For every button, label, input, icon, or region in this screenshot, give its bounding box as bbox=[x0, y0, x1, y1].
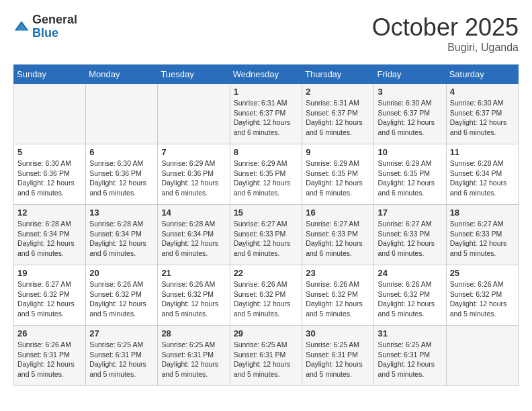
page-header: General Blue October 2025 Bugiri, Uganda bbox=[13, 13, 519, 54]
calendar-cell: 2Sunrise: 6:31 AM Sunset: 6:37 PM Daylig… bbox=[302, 84, 374, 144]
day-info: Sunrise: 6:29 AM Sunset: 6:36 PM Dayligh… bbox=[161, 158, 226, 198]
day-number: 10 bbox=[378, 147, 442, 157]
calendar-cell: 20Sunrise: 6:26 AM Sunset: 6:32 PM Dayli… bbox=[86, 265, 158, 326]
day-number: 4 bbox=[450, 87, 515, 97]
logo: General Blue bbox=[13, 13, 77, 40]
calendar-cell: 5Sunrise: 6:30 AM Sunset: 6:36 PM Daylig… bbox=[14, 144, 86, 205]
day-number: 12 bbox=[17, 208, 82, 218]
day-info: Sunrise: 6:27 AM Sunset: 6:33 PM Dayligh… bbox=[378, 219, 442, 259]
day-number: 17 bbox=[378, 208, 442, 218]
day-number: 13 bbox=[89, 208, 154, 218]
day-number: 20 bbox=[89, 268, 154, 278]
calendar-cell: 31Sunrise: 6:25 AM Sunset: 6:31 PM Dayli… bbox=[374, 326, 446, 386]
day-info: Sunrise: 6:26 AM Sunset: 6:32 PM Dayligh… bbox=[234, 279, 299, 319]
day-info: Sunrise: 6:28 AM Sunset: 6:34 PM Dayligh… bbox=[89, 219, 154, 259]
header-row: Sunday Monday Tuesday Wednesday Thursday… bbox=[14, 65, 519, 84]
day-number: 8 bbox=[234, 147, 299, 157]
calendar-cell: 3Sunrise: 6:30 AM Sunset: 6:37 PM Daylig… bbox=[374, 84, 446, 144]
day-info: Sunrise: 6:27 AM Sunset: 6:33 PM Dayligh… bbox=[450, 219, 515, 259]
col-thursday: Thursday bbox=[302, 65, 374, 84]
day-number: 14 bbox=[161, 208, 226, 218]
calendar-cell: 15Sunrise: 6:27 AM Sunset: 6:33 PM Dayli… bbox=[230, 205, 302, 265]
day-number: 30 bbox=[306, 328, 370, 338]
calendar-cell: 21Sunrise: 6:26 AM Sunset: 6:32 PM Dayli… bbox=[158, 265, 230, 326]
calendar-week-5: 26Sunrise: 6:26 AM Sunset: 6:31 PM Dayli… bbox=[14, 326, 519, 386]
day-info: Sunrise: 6:28 AM Sunset: 6:34 PM Dayligh… bbox=[161, 219, 226, 259]
calendar-cell: 26Sunrise: 6:26 AM Sunset: 6:31 PM Dayli… bbox=[14, 326, 86, 386]
day-number: 25 bbox=[450, 268, 515, 278]
day-info: Sunrise: 6:28 AM Sunset: 6:34 PM Dayligh… bbox=[450, 158, 515, 198]
calendar-cell bbox=[14, 84, 86, 144]
calendar-cell: 14Sunrise: 6:28 AM Sunset: 6:34 PM Dayli… bbox=[158, 205, 230, 265]
day-number: 26 bbox=[17, 328, 82, 338]
calendar-body: 1Sunrise: 6:31 AM Sunset: 6:37 PM Daylig… bbox=[14, 84, 519, 386]
day-info: Sunrise: 6:25 AM Sunset: 6:31 PM Dayligh… bbox=[378, 340, 442, 379]
calendar-cell: 16Sunrise: 6:27 AM Sunset: 6:33 PM Dayli… bbox=[302, 205, 374, 265]
calendar-cell: 11Sunrise: 6:28 AM Sunset: 6:34 PM Dayli… bbox=[446, 144, 518, 205]
day-number: 27 bbox=[89, 328, 154, 338]
day-info: Sunrise: 6:25 AM Sunset: 6:31 PM Dayligh… bbox=[161, 340, 226, 379]
day-info: Sunrise: 6:26 AM Sunset: 6:32 PM Dayligh… bbox=[89, 279, 154, 319]
calendar-cell bbox=[158, 84, 230, 144]
day-number: 21 bbox=[161, 268, 226, 278]
calendar-cell: 7Sunrise: 6:29 AM Sunset: 6:36 PM Daylig… bbox=[158, 144, 230, 205]
day-number: 31 bbox=[378, 328, 442, 338]
day-number: 24 bbox=[378, 268, 442, 278]
calendar-cell: 6Sunrise: 6:30 AM Sunset: 6:36 PM Daylig… bbox=[86, 144, 158, 205]
day-info: Sunrise: 6:25 AM Sunset: 6:31 PM Dayligh… bbox=[234, 340, 299, 379]
day-info: Sunrise: 6:27 AM Sunset: 6:32 PM Dayligh… bbox=[17, 279, 82, 319]
day-number: 18 bbox=[450, 208, 515, 218]
day-info: Sunrise: 6:26 AM Sunset: 6:32 PM Dayligh… bbox=[161, 279, 226, 319]
day-info: Sunrise: 6:26 AM Sunset: 6:31 PM Dayligh… bbox=[17, 340, 82, 379]
calendar-cell: 22Sunrise: 6:26 AM Sunset: 6:32 PM Dayli… bbox=[230, 265, 302, 326]
col-friday: Friday bbox=[374, 65, 446, 84]
calendar-cell: 25Sunrise: 6:26 AM Sunset: 6:32 PM Dayli… bbox=[446, 265, 518, 326]
calendar-week-1: 1Sunrise: 6:31 AM Sunset: 6:37 PM Daylig… bbox=[14, 84, 519, 144]
col-sunday: Sunday bbox=[14, 65, 86, 84]
day-number: 9 bbox=[306, 147, 370, 157]
day-number: 11 bbox=[450, 147, 515, 157]
calendar-week-3: 12Sunrise: 6:28 AM Sunset: 6:34 PM Dayli… bbox=[14, 205, 519, 265]
day-number: 3 bbox=[378, 87, 442, 97]
day-info: Sunrise: 6:29 AM Sunset: 6:35 PM Dayligh… bbox=[306, 158, 370, 198]
col-saturday: Saturday bbox=[446, 65, 518, 84]
logo-general-text: General bbox=[32, 13, 77, 27]
calendar-cell: 13Sunrise: 6:28 AM Sunset: 6:34 PM Dayli… bbox=[86, 205, 158, 265]
calendar-cell: 10Sunrise: 6:29 AM Sunset: 6:35 PM Dayli… bbox=[374, 144, 446, 205]
calendar-cell: 8Sunrise: 6:29 AM Sunset: 6:35 PM Daylig… bbox=[230, 144, 302, 205]
day-info: Sunrise: 6:26 AM Sunset: 6:32 PM Dayligh… bbox=[306, 279, 370, 319]
day-number: 16 bbox=[306, 208, 370, 218]
day-info: Sunrise: 6:26 AM Sunset: 6:32 PM Dayligh… bbox=[378, 279, 442, 319]
day-info: Sunrise: 6:27 AM Sunset: 6:33 PM Dayligh… bbox=[234, 219, 299, 259]
day-number: 7 bbox=[161, 147, 226, 157]
day-info: Sunrise: 6:30 AM Sunset: 6:37 PM Dayligh… bbox=[378, 98, 442, 138]
day-number: 28 bbox=[161, 328, 226, 338]
calendar-cell: 18Sunrise: 6:27 AM Sunset: 6:33 PM Dayli… bbox=[446, 205, 518, 265]
calendar-cell: 27Sunrise: 6:25 AM Sunset: 6:31 PM Dayli… bbox=[86, 326, 158, 386]
day-number: 5 bbox=[17, 147, 82, 157]
day-number: 23 bbox=[306, 268, 370, 278]
calendar-week-2: 5Sunrise: 6:30 AM Sunset: 6:36 PM Daylig… bbox=[14, 144, 519, 205]
logo-blue-text: Blue bbox=[32, 27, 77, 40]
day-number: 15 bbox=[234, 208, 299, 218]
title-area: October 2025 Bugiri, Uganda bbox=[372, 13, 519, 54]
day-info: Sunrise: 6:30 AM Sunset: 6:36 PM Dayligh… bbox=[17, 158, 82, 198]
day-number: 6 bbox=[89, 147, 154, 157]
calendar-cell: 4Sunrise: 6:30 AM Sunset: 6:37 PM Daylig… bbox=[446, 84, 518, 144]
day-info: Sunrise: 6:28 AM Sunset: 6:34 PM Dayligh… bbox=[17, 219, 82, 259]
calendar-header: Sunday Monday Tuesday Wednesday Thursday… bbox=[14, 65, 519, 84]
day-info: Sunrise: 6:29 AM Sunset: 6:35 PM Dayligh… bbox=[234, 158, 299, 198]
col-wednesday: Wednesday bbox=[230, 65, 302, 84]
calendar-cell: 24Sunrise: 6:26 AM Sunset: 6:32 PM Dayli… bbox=[374, 265, 446, 326]
day-info: Sunrise: 6:27 AM Sunset: 6:33 PM Dayligh… bbox=[306, 219, 370, 259]
day-info: Sunrise: 6:30 AM Sunset: 6:36 PM Dayligh… bbox=[89, 158, 154, 198]
day-info: Sunrise: 6:25 AM Sunset: 6:31 PM Dayligh… bbox=[89, 340, 154, 379]
day-info: Sunrise: 6:30 AM Sunset: 6:37 PM Dayligh… bbox=[450, 98, 515, 138]
day-info: Sunrise: 6:26 AM Sunset: 6:32 PM Dayligh… bbox=[450, 279, 515, 319]
day-number: 22 bbox=[234, 268, 299, 278]
calendar-cell: 1Sunrise: 6:31 AM Sunset: 6:37 PM Daylig… bbox=[230, 84, 302, 144]
day-info: Sunrise: 6:31 AM Sunset: 6:37 PM Dayligh… bbox=[234, 98, 299, 138]
day-number: 19 bbox=[17, 268, 82, 278]
calendar-cell: 19Sunrise: 6:27 AM Sunset: 6:32 PM Dayli… bbox=[14, 265, 86, 326]
day-number: 29 bbox=[234, 328, 299, 338]
